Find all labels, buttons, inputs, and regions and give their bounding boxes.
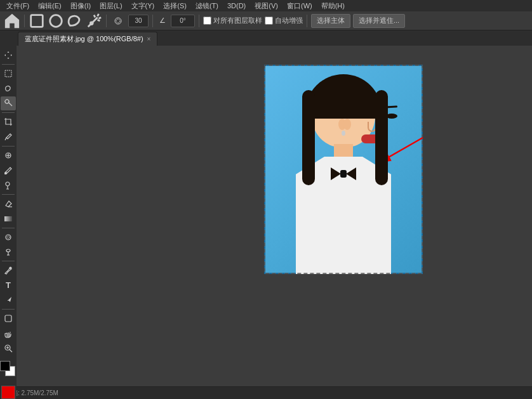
heal-tool[interactable] xyxy=(1,148,16,162)
hair-top xyxy=(305,74,382,119)
menu-view[interactable]: 视图(V) xyxy=(251,0,282,11)
tool-separator-6 xyxy=(2,261,15,261)
pen-tool[interactable] xyxy=(1,263,16,277)
bowtie-right xyxy=(346,167,356,180)
svg-point-16 xyxy=(5,172,7,174)
sample-all-layers-label: 对所有图层取样 xyxy=(213,16,262,25)
tool-option-ellipse[interactable] xyxy=(48,13,64,29)
tool-option-magic-wand[interactable] xyxy=(86,13,102,29)
lasso-tool[interactable] xyxy=(1,82,16,96)
toolbar-separator-3 xyxy=(152,15,153,27)
home-button[interactable] xyxy=(4,13,20,29)
tool-separator-7 xyxy=(2,309,15,310)
angle-label: ∠ xyxy=(157,16,168,25)
svg-rect-26 xyxy=(5,315,11,322)
tool-option-lasso[interactable] xyxy=(67,13,83,29)
eraser-tool[interactable] xyxy=(1,197,16,211)
toolbar-separator-5 xyxy=(307,15,307,27)
text-tool[interactable]: T xyxy=(1,278,16,292)
menu-help[interactable]: 帮助(H) xyxy=(317,0,349,11)
svg-point-20 xyxy=(6,235,11,240)
svg-line-6 xyxy=(9,103,12,106)
svg-rect-0 xyxy=(31,15,43,27)
ear-right xyxy=(343,119,351,130)
text-tool-icon: T xyxy=(6,280,11,290)
tool-separator-3 xyxy=(2,146,15,147)
menu-file[interactable]: 文件(F) xyxy=(3,0,33,11)
svg-line-12 xyxy=(5,138,6,140)
canvas-area xyxy=(17,46,532,399)
toolbar-separator-1 xyxy=(24,15,25,27)
auto-enhance-input[interactable] xyxy=(265,16,273,25)
dodge-tool[interactable] xyxy=(1,245,16,259)
gradient-tool[interactable] xyxy=(1,211,16,225)
foreground-color-swatch[interactable] xyxy=(0,361,10,371)
options-toolbar: ∠ 对所有图层取样 自动增强 选择主体 选择并遮住... xyxy=(0,11,532,30)
toolbar-separator-2 xyxy=(106,15,107,27)
svg-point-4 xyxy=(116,19,120,23)
left-toolbar: T xyxy=(0,46,17,399)
svg-rect-19 xyxy=(4,216,12,221)
svg-line-29 xyxy=(10,350,12,352)
tab-label: 蓝底证件照素材.jpg @ 100%(RGB/8#) xyxy=(25,34,143,44)
tool-option-rect[interactable] xyxy=(29,13,45,29)
blur-tool[interactable] xyxy=(1,230,16,244)
hair-right xyxy=(375,90,388,185)
auto-enhance-checkbox[interactable]: 自动增强 xyxy=(265,16,303,25)
menu-layer[interactable]: 图层(L) xyxy=(96,0,126,11)
tab-close-button[interactable]: × xyxy=(147,36,151,43)
bowtie-center xyxy=(340,170,347,178)
angle-input[interactable] xyxy=(171,15,195,27)
status-bar: 文档: 2.75M/2.75M xyxy=(0,386,532,399)
menu-filter[interactable]: 滤镜(T) xyxy=(192,0,222,11)
svg-rect-5 xyxy=(5,70,11,77)
select-and-mask-button[interactable]: 选择并遮住... xyxy=(353,14,405,28)
photo-container xyxy=(264,65,423,274)
select-subject-button[interactable]: 选择主体 xyxy=(311,14,350,28)
quick-mask-indicator[interactable] xyxy=(1,386,15,399)
document-tab[interactable]: 蓝底证件照素材.jpg @ 100%(RGB/8#) × xyxy=(18,32,157,46)
move-tool[interactable] xyxy=(1,48,16,62)
menu-bar: 文件(F) 编辑(E) 图像(I) 图层(L) 文字(Y) 选择(S) 滤镜(T… xyxy=(0,0,532,11)
tool-separator-2 xyxy=(2,112,15,113)
magic-wand-tool[interactable] xyxy=(1,96,16,110)
bowtie-left xyxy=(331,167,341,180)
menu-3d[interactable]: 3D(D) xyxy=(223,0,249,11)
svg-point-25 xyxy=(10,267,11,269)
svg-point-2 xyxy=(90,22,93,24)
sample-all-layers-checkbox[interactable]: 对所有图层取样 xyxy=(203,16,262,25)
tool-separator-1 xyxy=(2,64,15,65)
tab-bar: 蓝底证件照素材.jpg @ 100%(RGB/8#) × xyxy=(0,30,532,46)
toolbar-separator-4 xyxy=(199,15,199,27)
menu-image[interactable]: 图像(I) xyxy=(67,0,95,11)
svg-point-22 xyxy=(6,249,10,252)
svg-point-17 xyxy=(6,182,10,186)
path-select-tool[interactable] xyxy=(1,293,16,307)
shape-tool[interactable] xyxy=(1,311,16,325)
tool-separator-5 xyxy=(2,228,15,228)
bowtie xyxy=(331,165,356,183)
marquee-tool[interactable] xyxy=(1,67,16,81)
menu-window[interactable]: 窗口(W) xyxy=(283,0,316,11)
menu-edit[interactable]: 编辑(E) xyxy=(34,0,65,11)
svg-point-21 xyxy=(7,236,10,239)
eyedropper-tool[interactable] xyxy=(1,130,16,144)
svg-point-1 xyxy=(50,15,62,27)
hand-tool[interactable] xyxy=(1,327,16,341)
brush-size-input[interactable] xyxy=(128,15,149,27)
menu-text[interactable]: 文字(Y) xyxy=(128,0,159,11)
person-silhouette xyxy=(283,71,404,274)
color-swatches xyxy=(0,361,17,377)
tool-separator-4 xyxy=(2,194,15,195)
zoom-tool[interactable] xyxy=(1,341,16,355)
menu-select[interactable]: 选择(S) xyxy=(159,0,190,11)
brush-size-label xyxy=(110,15,126,27)
clone-stamp-tool[interactable] xyxy=(1,178,16,192)
sample-all-layers-input[interactable] xyxy=(203,16,211,25)
brush-tool[interactable] xyxy=(1,163,16,177)
svg-point-7 xyxy=(5,100,9,103)
hair-left xyxy=(302,90,315,185)
earring xyxy=(342,131,345,136)
color-swatch-container xyxy=(0,361,17,377)
crop-tool[interactable] xyxy=(1,115,16,129)
